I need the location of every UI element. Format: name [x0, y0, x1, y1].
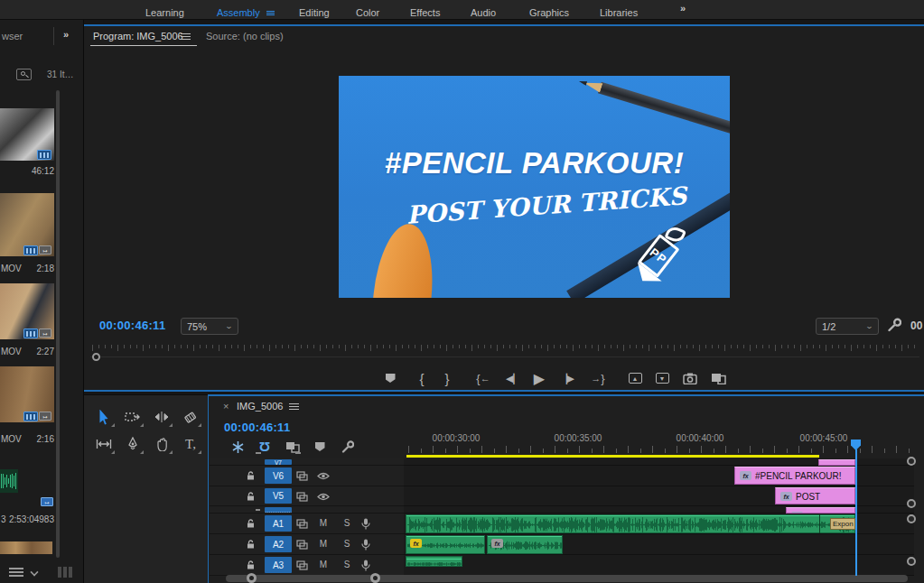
- project-panel-overflow-button[interactable]: »: [63, 29, 69, 40]
- workspace-tab-effects[interactable]: Effects: [410, 4, 440, 20]
- panel-menu-icon[interactable]: [181, 33, 191, 41]
- solo-track-button[interactable]: S: [341, 539, 352, 550]
- program-timecode[interactable]: 00:00:46:11: [99, 319, 165, 332]
- solo-track-button[interactable]: S: [341, 518, 352, 529]
- project-item-thumbnail[interactable]: [0, 469, 18, 493]
- view-options-icon[interactable]: [58, 567, 74, 578]
- tool-track-select-forward[interactable]: [120, 406, 145, 428]
- tab-program[interactable]: Program: IMG_5006: [93, 31, 183, 42]
- lift-button[interactable]: ▲: [624, 367, 646, 389]
- tool-type[interactable]: T,: [178, 433, 203, 455]
- timeline-vertical-scroll-handle[interactable]: [907, 514, 916, 523]
- step-forward-button[interactable]: ▕▶: [556, 367, 578, 389]
- mute-track-button[interactable]: M: [318, 539, 329, 550]
- go-to-in-button[interactable]: {←: [472, 367, 494, 389]
- voiceover-record-mic-icon[interactable]: [361, 560, 370, 571]
- timeline-audio-clip[interactable]: fx: [406, 535, 485, 554]
- search-icon[interactable]: [16, 69, 32, 80]
- playhead-line[interactable]: [855, 449, 857, 576]
- timeline-zoom-handle[interactable]: [370, 573, 380, 583]
- tool-slip[interactable]: [91, 433, 117, 455]
- fx-badge[interactable]: fx: [410, 539, 422, 548]
- lock-icon[interactable]: [247, 471, 255, 480]
- toggle-track-output-eye-icon[interactable]: [317, 472, 330, 480]
- play-button[interactable]: ▶: [528, 367, 550, 389]
- tab-source[interactable]: Source: (no clips): [206, 31, 284, 42]
- workspace-tab-editing[interactable]: Editing: [299, 4, 330, 20]
- program-scrub-ruler[interactable]: [92, 345, 918, 351]
- timeline-audio-clip[interactable]: fx: [487, 535, 563, 554]
- timeline-vertical-scroll-handle[interactable]: [907, 499, 916, 508]
- track-button-v5[interactable]: V5: [265, 488, 292, 504]
- project-item-thumbnail-partial[interactable]: [0, 541, 52, 554]
- toggle-track-output-eye-icon[interactable]: [317, 493, 330, 501]
- track-button-v4[interactable]: [265, 507, 292, 513]
- lock-icon[interactable]: [247, 560, 255, 569]
- timeline-clip-post[interactable]: fxPOST: [775, 487, 855, 504]
- solo-track-button[interactable]: S: [341, 560, 352, 570]
- workspace-tab-menu-icon[interactable]: [266, 9, 275, 18]
- tool-selection[interactable]: [91, 406, 117, 428]
- workspace-tab-audio[interactable]: Audio: [471, 4, 496, 20]
- timeline-zoom-handle[interactable]: [247, 573, 257, 583]
- workspace-tab-color[interactable]: Color: [356, 4, 379, 20]
- lock-icon[interactable]: [247, 540, 255, 549]
- track-button-a1[interactable]: A1: [265, 515, 292, 532]
- voiceover-record-mic-icon[interactable]: [361, 518, 370, 530]
- mute-track-button[interactable]: M: [318, 560, 329, 570]
- tool-hand[interactable]: [149, 433, 174, 455]
- mute-track-button[interactable]: M: [318, 518, 329, 529]
- audio-transition-exponential-fade[interactable]: Expon: [830, 518, 855, 530]
- workspace-tab-graphics[interactable]: Graphics: [529, 4, 569, 20]
- timeline-clip-your[interactable]: fxYOUR: [786, 507, 855, 514]
- mark-in-button[interactable]: {: [411, 367, 433, 389]
- mark-out-button[interactable]: }: [436, 367, 458, 389]
- source-patch-icon[interactable]: [296, 540, 308, 550]
- workspace-tab-learning[interactable]: Learning: [145, 4, 184, 20]
- step-back-button[interactable]: ◀▏: [502, 367, 524, 389]
- extract-button[interactable]: ▼: [651, 367, 673, 389]
- zoom-level-dropdown[interactable]: 75%⌄: [181, 318, 238, 335]
- source-patch-icon[interactable]: [296, 560, 308, 570]
- track-button-v7[interactable]: V7: [265, 459, 292, 465]
- settings-wrench-button[interactable]: [337, 439, 357, 455]
- lock-icon[interactable]: [247, 519, 255, 528]
- tool-pen[interactable]: [120, 433, 145, 455]
- fx-badge[interactable]: fx: [791, 512, 803, 514]
- workspace-tab-assembly[interactable]: Assembly: [217, 4, 275, 20]
- workspace-tab-libraries[interactable]: Libraries: [600, 4, 638, 20]
- export-frame-button[interactable]: [679, 367, 701, 389]
- timeline-horizontal-scrollbar[interactable]: [226, 575, 908, 582]
- project-scrollbar[interactable]: [56, 90, 60, 558]
- playback-resolution-dropdown[interactable]: 1/2⌄: [816, 318, 879, 335]
- settings-wrench-icon[interactable]: [886, 318, 901, 333]
- timeline-vertical-scroll-handle[interactable]: [907, 457, 916, 466]
- nest-toggle-button[interactable]: [228, 439, 247, 455]
- fx-badge[interactable]: fx: [780, 492, 792, 501]
- timeline-vertical-scroll-handle[interactable]: [907, 557, 916, 566]
- tool-razor[interactable]: [178, 406, 203, 428]
- track-button-a2[interactable]: A2: [265, 536, 292, 552]
- lock-icon[interactable]: [247, 492, 255, 501]
- go-to-out-button[interactable]: →}: [587, 367, 609, 389]
- source-patch-icon[interactable]: [296, 519, 308, 529]
- source-patch-icon[interactable]: [296, 492, 308, 502]
- workspace-overflow-button[interactable]: »: [680, 3, 686, 14]
- fx-badge[interactable]: fx: [740, 471, 751, 480]
- source-patch-icon[interactable]: [296, 471, 308, 481]
- comparison-view-button[interactable]: [707, 367, 729, 389]
- add-marker-button[interactable]: [310, 439, 330, 455]
- tool-ripple-edit[interactable]: [149, 406, 174, 428]
- voiceover-record-mic-icon[interactable]: [361, 539, 370, 551]
- timeline-timecode[interactable]: 00:00:46:11: [224, 421, 290, 434]
- timeline-panel-menu-icon[interactable]: [289, 403, 299, 411]
- fx-badge[interactable]: fx: [491, 539, 503, 548]
- project-sort-menu-icon[interactable]: [9, 568, 23, 577]
- add-marker-button[interactable]: [379, 367, 401, 389]
- track-button-a3[interactable]: A3: [265, 557, 292, 573]
- timeline-audio-clip[interactable]: [406, 514, 855, 533]
- track-button-v6[interactable]: V6: [265, 467, 292, 484]
- tab-timeline-sequence[interactable]: IMG_5006: [237, 401, 283, 412]
- timeline-clip-v7[interactable]: [818, 459, 855, 466]
- program-playhead-knob[interactable]: [92, 353, 100, 361]
